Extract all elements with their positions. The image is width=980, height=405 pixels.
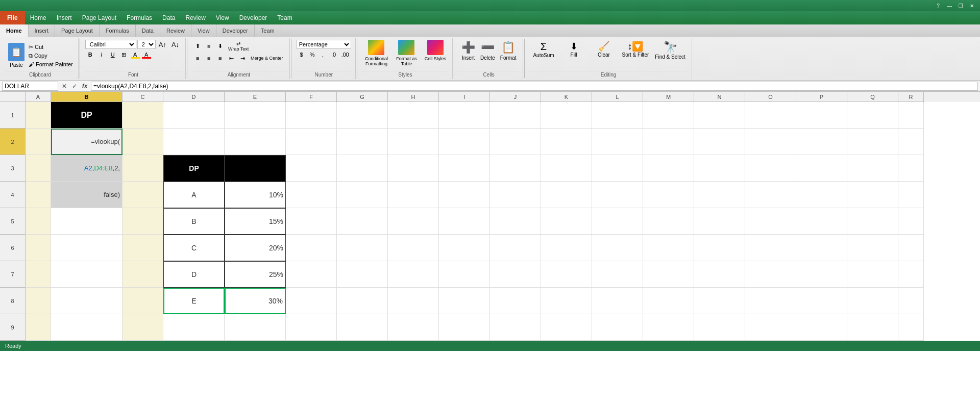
cell-o8[interactable] xyxy=(745,288,796,314)
cell-f1[interactable] xyxy=(286,102,337,129)
cell-k9[interactable] xyxy=(541,314,592,341)
cell-j5[interactable] xyxy=(490,208,541,235)
cell-a7[interactable] xyxy=(26,261,51,288)
cell-g7[interactable] xyxy=(337,261,388,288)
ribbon-tab-home[interactable]: Home xyxy=(0,24,29,37)
ribbon-tab-formulas[interactable]: Formulas xyxy=(100,24,136,37)
cell-o9[interactable] xyxy=(745,314,796,341)
cell-g3[interactable] xyxy=(337,155,388,182)
border-button[interactable]: ⊞ xyxy=(119,50,129,59)
cancel-formula-icon[interactable]: ✕ xyxy=(60,83,68,90)
cell-b3[interactable]: A2,D4:E8,2, xyxy=(51,155,122,182)
cell-d3[interactable]: DP xyxy=(163,155,225,182)
insert-button[interactable]: ➕ Insert xyxy=(459,40,477,62)
decimal-increase-button[interactable]: .00 xyxy=(339,50,351,59)
cell-a9[interactable] xyxy=(26,314,51,341)
cell-c6[interactable] xyxy=(122,235,163,261)
decimal-decrease-button[interactable]: .0 xyxy=(329,50,339,59)
cell-o1[interactable] xyxy=(745,102,796,129)
cell-f5[interactable] xyxy=(286,208,337,235)
cell-j1[interactable] xyxy=(490,102,541,129)
cell-d9[interactable] xyxy=(163,314,225,341)
cell-o4[interactable] xyxy=(745,182,796,208)
cell-l5[interactable] xyxy=(592,208,643,235)
row-header-4[interactable]: 4 xyxy=(0,182,26,208)
col-header-j[interactable]: J xyxy=(490,92,541,102)
menu-file[interactable]: File xyxy=(0,11,25,24)
cell-p9[interactable] xyxy=(796,314,847,341)
cell-a6[interactable] xyxy=(26,235,51,261)
cell-r9[interactable] xyxy=(898,314,924,341)
cell-j6[interactable] xyxy=(490,235,541,261)
cell-d6[interactable]: C xyxy=(163,235,225,261)
cell-c9[interactable] xyxy=(122,314,163,341)
corner-cell[interactable] xyxy=(0,92,26,102)
cell-j4[interactable] xyxy=(490,182,541,208)
col-header-l[interactable]: L xyxy=(592,92,643,102)
cell-l7[interactable] xyxy=(592,261,643,288)
col-header-h[interactable]: H xyxy=(388,92,439,102)
cell-k1[interactable] xyxy=(541,102,592,129)
cell-i2[interactable] xyxy=(439,129,490,155)
align-right-button[interactable]: ≡ xyxy=(215,54,225,63)
cell-h1[interactable] xyxy=(388,102,439,129)
cell-k8[interactable] xyxy=(541,288,592,314)
cell-k7[interactable] xyxy=(541,261,592,288)
cell-d4[interactable]: A xyxy=(163,182,225,208)
bold-button[interactable]: B xyxy=(85,50,95,59)
menu-item-review[interactable]: Review xyxy=(180,12,210,23)
cell-i8[interactable] xyxy=(439,288,490,314)
row-header-5[interactable]: 5 xyxy=(0,208,26,235)
cell-b9[interactable] xyxy=(51,314,122,341)
cell-i3[interactable] xyxy=(439,155,490,182)
paste-button[interactable]: 📋 Paste xyxy=(6,42,27,69)
cell-l8[interactable] xyxy=(592,288,643,314)
menu-item-formulas[interactable]: Formulas xyxy=(121,12,157,23)
cell-n9[interactable] xyxy=(694,314,745,341)
cell-r5[interactable] xyxy=(898,208,924,235)
font-size-select[interactable]: 24 xyxy=(137,40,156,49)
cell-q7[interactable] xyxy=(847,261,898,288)
cell-g5[interactable] xyxy=(337,208,388,235)
currency-button[interactable]: $ xyxy=(297,50,307,59)
number-format-select[interactable]: Percentage xyxy=(297,40,351,49)
cell-a5[interactable] xyxy=(26,208,51,235)
cell-g6[interactable] xyxy=(337,235,388,261)
fill-color-button[interactable]: A xyxy=(130,50,140,59)
cell-o3[interactable] xyxy=(745,155,796,182)
cell-r6[interactable] xyxy=(898,235,924,261)
menu-item-view[interactable]: View xyxy=(211,12,234,23)
cell-l3[interactable] xyxy=(592,155,643,182)
cell-f2[interactable] xyxy=(286,129,337,155)
cell-m1[interactable] xyxy=(643,102,694,129)
cell-l9[interactable] xyxy=(592,314,643,341)
merge-center-button[interactable]: Merge & Center xyxy=(249,54,285,63)
cell-q1[interactable] xyxy=(847,102,898,129)
cell-l6[interactable] xyxy=(592,235,643,261)
cell-e3[interactable] xyxy=(225,155,286,182)
ribbon-tab-view[interactable]: View xyxy=(191,24,216,37)
cell-q8[interactable] xyxy=(847,288,898,314)
col-header-o[interactable]: O xyxy=(745,92,796,102)
row-header-9[interactable]: 9 xyxy=(0,314,26,341)
format-as-table-button[interactable]: Format as Table xyxy=(393,40,421,66)
cell-m2[interactable] xyxy=(643,129,694,155)
cell-r4[interactable] xyxy=(898,182,924,208)
conditional-formatting-button[interactable]: Conditional Formatting xyxy=(362,40,390,66)
cell-r3[interactable] xyxy=(898,155,924,182)
cell-m4[interactable] xyxy=(643,182,694,208)
cell-q3[interactable] xyxy=(847,155,898,182)
cell-c8[interactable] xyxy=(122,288,163,314)
cell-r1[interactable] xyxy=(898,102,924,129)
cell-i6[interactable] xyxy=(439,235,490,261)
cell-a2[interactable] xyxy=(26,129,51,155)
cell-i7[interactable] xyxy=(439,261,490,288)
underline-button[interactable]: U xyxy=(108,50,118,59)
col-header-i[interactable]: I xyxy=(439,92,490,102)
align-middle-button[interactable]: ≡ xyxy=(204,42,214,51)
cell-m3[interactable] xyxy=(643,155,694,182)
ribbon-tab-page-layout[interactable]: Page Layout xyxy=(55,24,100,37)
cell-r8[interactable] xyxy=(898,288,924,314)
cell-k4[interactable] xyxy=(541,182,592,208)
cell-r2[interactable] xyxy=(898,129,924,155)
